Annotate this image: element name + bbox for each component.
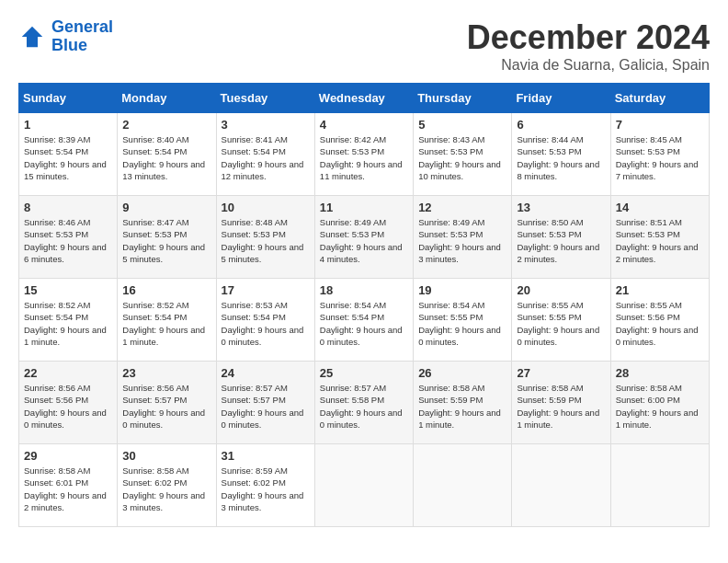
day-number: 1 (24, 118, 112, 132)
day-number: 13 (517, 201, 605, 214)
day-number: 17 (222, 283, 310, 297)
calendar-cell: 28Sunrise: 8:58 AMSunset: 6:00 PMDayligh… (610, 362, 709, 444)
day-detail: Sunrise: 8:43 AMSunset: 5:53 PMDaylight:… (418, 133, 506, 182)
day-detail: Sunrise: 8:54 AMSunset: 5:55 PMDaylight:… (418, 299, 506, 348)
calendar-cell: 31Sunrise: 8:59 AMSunset: 6:02 PMDayligh… (216, 444, 314, 527)
header-cell-wednesday: Wednesday (314, 84, 413, 113)
day-detail: Sunrise: 8:57 AMSunset: 5:58 PMDaylight:… (320, 382, 408, 431)
day-detail: Sunrise: 8:58 AMSunset: 6:02 PMDaylight:… (122, 465, 210, 513)
day-detail: Sunrise: 8:49 AMSunset: 5:53 PMDaylight:… (320, 216, 408, 265)
header-cell-tuesday: Tuesday (216, 84, 314, 113)
day-number: 24 (222, 366, 310, 380)
calendar-cell: 3Sunrise: 8:41 AMSunset: 5:54 PMDaylight… (216, 113, 314, 196)
header-row: SundayMondayTuesdayWednesdayThursdayFrid… (19, 84, 710, 113)
day-number: 29 (24, 449, 112, 463)
day-number: 10 (222, 201, 310, 214)
day-number: 30 (122, 449, 210, 463)
logo-icon (18, 23, 46, 51)
calendar-cell: 10Sunrise: 8:48 AMSunset: 5:53 PMDayligh… (216, 196, 314, 279)
day-detail: Sunrise: 8:56 AMSunset: 5:56 PMDaylight:… (24, 382, 112, 431)
calendar-cell: 18Sunrise: 8:54 AMSunset: 5:54 PMDayligh… (314, 279, 413, 362)
day-number: 4 (320, 118, 408, 132)
day-number: 31 (222, 449, 310, 463)
day-detail: Sunrise: 8:56 AMSunset: 5:57 PMDaylight:… (122, 382, 210, 431)
calendar-header: SundayMondayTuesdayWednesdayThursdayFrid… (19, 84, 710, 113)
day-detail: Sunrise: 8:59 AMSunset: 6:02 PMDaylight:… (222, 465, 310, 513)
calendar-subtitle: Navia de Suarna, Galicia, Spain (467, 57, 710, 74)
day-detail: Sunrise: 8:53 AMSunset: 5:54 PMDaylight:… (222, 299, 310, 348)
calendar-cell: 26Sunrise: 8:58 AMSunset: 5:59 PMDayligh… (414, 362, 512, 444)
logo: General Blue (18, 18, 113, 55)
calendar-cell: 20Sunrise: 8:55 AMSunset: 5:55 PMDayligh… (512, 279, 610, 362)
calendar-week-3: 15Sunrise: 8:52 AMSunset: 5:54 PMDayligh… (19, 279, 710, 362)
day-detail: Sunrise: 8:52 AMSunset: 5:54 PMDaylight:… (24, 299, 112, 348)
day-detail: Sunrise: 8:58 AMSunset: 6:01 PMDaylight:… (24, 465, 112, 513)
day-number: 2 (122, 118, 210, 132)
header-cell-saturday: Saturday (610, 84, 709, 113)
calendar-cell: 25Sunrise: 8:57 AMSunset: 5:58 PMDayligh… (314, 362, 413, 444)
calendar-cell: 19Sunrise: 8:54 AMSunset: 5:55 PMDayligh… (414, 279, 512, 362)
day-number: 12 (418, 201, 506, 214)
calendar-week-2: 8Sunrise: 8:46 AMSunset: 5:53 PMDaylight… (19, 196, 710, 279)
day-number: 16 (122, 283, 210, 297)
day-detail: Sunrise: 8:49 AMSunset: 5:53 PMDaylight:… (418, 216, 506, 265)
day-detail: Sunrise: 8:52 AMSunset: 5:54 PMDaylight:… (122, 299, 210, 348)
day-detail: Sunrise: 8:57 AMSunset: 5:57 PMDaylight:… (222, 382, 310, 431)
day-detail: Sunrise: 8:50 AMSunset: 5:53 PMDaylight:… (517, 216, 605, 265)
day-detail: Sunrise: 8:39 AMSunset: 5:54 PMDaylight:… (24, 133, 112, 182)
day-detail: Sunrise: 8:58 AMSunset: 5:59 PMDaylight:… (517, 382, 605, 431)
day-detail: Sunrise: 8:42 AMSunset: 5:53 PMDaylight:… (320, 133, 408, 182)
calendar-cell: 5Sunrise: 8:43 AMSunset: 5:53 PMDaylight… (414, 113, 512, 196)
day-detail: Sunrise: 8:40 AMSunset: 5:54 PMDaylight:… (122, 133, 210, 182)
calendar-cell: 9Sunrise: 8:47 AMSunset: 5:53 PMDaylight… (118, 196, 216, 279)
day-detail: Sunrise: 8:46 AMSunset: 5:53 PMDaylight:… (24, 216, 112, 265)
header-cell-monday: Monday (118, 84, 216, 113)
calendar-week-1: 1Sunrise: 8:39 AMSunset: 5:54 PMDaylight… (19, 113, 710, 196)
header-cell-friday: Friday (512, 84, 610, 113)
day-number: 19 (418, 283, 506, 297)
calendar-cell (314, 444, 413, 527)
day-number: 23 (122, 366, 210, 380)
calendar-cell: 29Sunrise: 8:58 AMSunset: 6:01 PMDayligh… (19, 444, 118, 527)
calendar-cell: 11Sunrise: 8:49 AMSunset: 5:53 PMDayligh… (314, 196, 413, 279)
day-number: 8 (24, 201, 112, 214)
day-number: 18 (320, 283, 408, 297)
day-detail: Sunrise: 8:54 AMSunset: 5:54 PMDaylight:… (320, 299, 408, 348)
day-detail: Sunrise: 8:51 AMSunset: 5:53 PMDaylight:… (616, 216, 704, 265)
day-detail: Sunrise: 8:48 AMSunset: 5:53 PMDaylight:… (222, 216, 310, 265)
day-number: 28 (616, 366, 704, 380)
title-area: December 2024 Navia de Suarna, Galicia, … (467, 18, 710, 74)
calendar-cell: 4Sunrise: 8:42 AMSunset: 5:53 PMDaylight… (314, 113, 413, 196)
header-cell-thursday: Thursday (414, 84, 512, 113)
day-detail: Sunrise: 8:58 AMSunset: 6:00 PMDaylight:… (616, 382, 704, 431)
calendar-cell: 15Sunrise: 8:52 AMSunset: 5:54 PMDayligh… (19, 279, 118, 362)
calendar-cell: 16Sunrise: 8:52 AMSunset: 5:54 PMDayligh… (118, 279, 216, 362)
day-number: 11 (320, 201, 408, 214)
calendar-cell (610, 444, 709, 527)
calendar-cell: 22Sunrise: 8:56 AMSunset: 5:56 PMDayligh… (19, 362, 118, 444)
calendar-cell: 23Sunrise: 8:56 AMSunset: 5:57 PMDayligh… (118, 362, 216, 444)
day-number: 26 (418, 366, 506, 380)
day-detail: Sunrise: 8:41 AMSunset: 5:54 PMDaylight:… (222, 133, 310, 182)
day-number: 3 (222, 118, 310, 132)
calendar-cell (512, 444, 610, 527)
calendar-cell: 13Sunrise: 8:50 AMSunset: 5:53 PMDayligh… (512, 196, 610, 279)
calendar-week-4: 22Sunrise: 8:56 AMSunset: 5:56 PMDayligh… (19, 362, 710, 444)
day-number: 15 (24, 283, 112, 297)
logo-line2: Blue (51, 36, 87, 54)
calendar-cell: 1Sunrise: 8:39 AMSunset: 5:54 PMDaylight… (19, 113, 118, 196)
calendar-table: SundayMondayTuesdayWednesdayThursdayFrid… (18, 83, 710, 527)
header-cell-sunday: Sunday (19, 84, 118, 113)
calendar-week-5: 29Sunrise: 8:58 AMSunset: 6:01 PMDayligh… (19, 444, 710, 527)
day-number: 14 (616, 201, 704, 214)
logo-text: General Blue (51, 18, 113, 55)
day-detail: Sunrise: 8:58 AMSunset: 5:59 PMDaylight:… (418, 382, 506, 431)
page-header: General Blue December 2024 Navia de Suar… (18, 18, 710, 74)
calendar-cell: 2Sunrise: 8:40 AMSunset: 5:54 PMDaylight… (118, 113, 216, 196)
day-detail: Sunrise: 8:45 AMSunset: 5:53 PMDaylight:… (616, 133, 704, 182)
day-number: 5 (418, 118, 506, 132)
calendar-title: December 2024 (467, 18, 710, 57)
calendar-cell: 27Sunrise: 8:58 AMSunset: 5:59 PMDayligh… (512, 362, 610, 444)
calendar-cell: 24Sunrise: 8:57 AMSunset: 5:57 PMDayligh… (216, 362, 314, 444)
logo-line1: General (51, 17, 113, 36)
